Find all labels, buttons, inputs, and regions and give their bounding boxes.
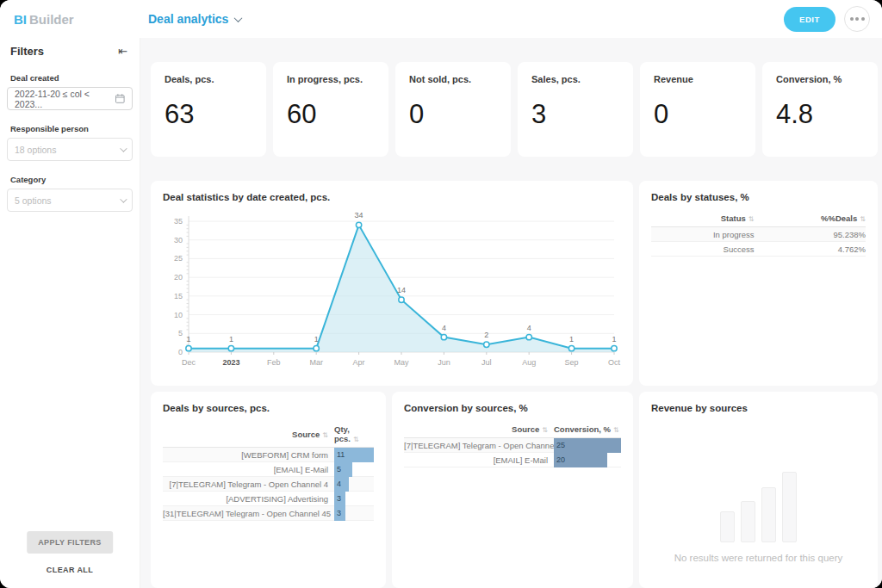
svg-text:2: 2 [484,331,488,339]
kpi-label: Deals, pcs. [165,74,252,84]
svg-text:10: 10 [174,311,183,319]
svg-text:1: 1 [186,335,190,344]
svg-text:1: 1 [229,335,233,344]
revenue-by-sources-panel: Revenue by sources No results were retur… [639,392,878,588]
dashboard-title: Deal analytics [148,12,228,26]
column-header-conversion[interactable]: Conversion, %⇅ [554,424,621,434]
apply-filters-button[interactable]: APPLY FILTERS [27,531,113,554]
chevron-down-icon [120,145,127,152]
top-bar: BIBuilder Deal analytics EDIT [0,0,882,38]
deals-by-sources-panel: Deals by sources, pcs. Source⇅ Qty, pcs.… [151,392,386,588]
collapse-sidebar-icon[interactable]: ⇤ [118,45,127,58]
svg-text:4: 4 [527,324,531,332]
panel-title: Revenue by sources [651,403,866,413]
chevron-down-icon [234,14,243,22]
panel-title: Deals by statuses, % [651,192,866,202]
value-bar: 3 [334,492,345,506]
placeholder-bar [782,472,797,542]
empty-state-text: No results were returned for this query [651,553,866,563]
sort-icon: ⇅ [748,215,755,223]
column-header-qty[interactable]: Qty, pcs.⇅ [334,424,374,443]
app-window: BIBuilder Deal analytics EDIT Filters ⇤ … [0,0,882,588]
svg-text:20: 20 [174,273,183,282]
kpi-value: 0 [409,99,497,130]
bar-table-row: [7|TELEGRAM] Telegram - Open Channel 425 [404,438,621,453]
svg-text:Dec: Dec [182,358,196,367]
kpi-value: 60 [287,99,375,130]
kpi-card-deals: Deals, pcs. 63 [151,62,266,157]
value-bar: 25 [554,438,621,453]
dashboard-title-dropdown[interactable]: Deal analytics [148,12,241,26]
sort-icon: ⇅ [613,426,619,434]
svg-text:25: 25 [174,254,183,263]
category-value: 5 options [15,195,52,206]
panel-title: Deal statistics by date created, pcs. [163,192,621,202]
conversion-table-body: [7|TELEGRAM] Telegram - Open Channel 425… [404,438,621,467]
kpi-card-revenue: Revenue 0 [640,62,755,157]
sort-icon: ⇅ [542,426,548,434]
bar-table-row: [EMAIL] E-Mail5 [163,462,374,477]
sources-table-body: [WEBFORM] CRM form11[EMAIL] E-Mail5[7|TE… [163,448,374,521]
category-label: Category [10,175,129,184]
clear-all-button[interactable]: CLEAR ALL [47,566,93,574]
value-bar: 11 [334,448,374,462]
dashboard-content: Deals, pcs. 63 In progress, pcs. 60 Not … [140,38,882,588]
panel-title: Deals by sources, pcs. [163,403,374,413]
svg-text:5: 5 [178,329,183,337]
kpi-value: 0 [654,99,742,130]
calendar-icon [115,94,125,103]
value-bar: 20 [554,453,607,467]
filters-sidebar: Filters ⇤ Deal created 2022-11-20 ≤ col … [0,38,140,588]
column-header-source[interactable]: Source⇅ [163,430,334,439]
deal-created-label: Deal created [10,73,129,83]
bar-table-row: [7|TELEGRAM] Telegram - Open Channel 44 [163,477,374,492]
category-select[interactable]: 5 options [7,189,133,212]
kpi-value: 4.8 [776,99,864,130]
kpi-label: Not sold, pcs. [409,74,497,84]
responsible-person-label: Responsible person [10,124,129,133]
svg-text:Jul: Jul [481,358,492,367]
ellipsis-icon [850,17,854,21]
column-header-status[interactable]: Status⇅ [651,214,755,223]
filters-title: Filters [10,45,44,58]
kpi-label: Revenue [654,74,742,84]
svg-text:0: 0 [178,348,183,356]
kpi-value: 63 [165,99,252,130]
svg-text:Feb: Feb [267,358,281,367]
deal-created-value: 2022-11-20 ≤ col < 2023... [15,89,115,109]
deal-created-input[interactable]: 2022-11-20 ≤ col < 2023... [7,87,133,110]
sort-icon: ⇅ [353,436,359,443]
svg-text:1: 1 [314,335,319,344]
bar-table-row: [ADVERTISING] Advertising3 [163,492,374,506]
sort-icon: ⇅ [322,431,328,439]
column-header-source[interactable]: Source⇅ [404,424,554,434]
placeholder-bar [741,501,755,542]
svg-text:14: 14 [397,286,406,294]
column-header-deals-pct[interactable]: %%Deals⇅ [755,214,866,223]
value-bar: 3 [334,506,345,521]
logo-builder: Builder [29,12,74,27]
more-options-button[interactable] [844,6,870,32]
deal-statistics-panel: Deal statistics by date created, pcs. 05… [151,181,633,386]
svg-text:Oct: Oct [608,358,621,367]
empty-chart-placeholder [651,470,866,542]
deals-by-statuses-panel: Deals by statuses, % Status⇅ %%Deals⇅ In… [639,181,878,386]
svg-text:Aug: Aug [522,358,536,367]
svg-text:Sep: Sep [565,358,579,367]
kpi-card-not-sold: Not sold, pcs. 0 [395,62,511,157]
kpi-label: Conversion, % [776,74,864,84]
value-bar: 5 [334,462,352,477]
logo-bi: BI [14,12,27,27]
svg-text:35: 35 [174,217,183,226]
bar-table-row: [EMAIL] E-Mail20 [404,453,621,467]
app-logo: BIBuilder [14,12,143,27]
value-bar: 4 [334,477,349,492]
responsible-person-value: 18 options [15,145,56,155]
kpi-card-in-progress: In progress, pcs. 60 [273,62,388,157]
edit-button[interactable]: EDIT [784,7,835,32]
panel-title: Conversion by sources, % [404,403,621,413]
responsible-person-select[interactable]: 18 options [7,138,133,161]
svg-text:Jun: Jun [438,358,450,367]
status-table-row: In progress95.238% [651,227,866,242]
kpi-card-sales: Sales, pcs. 3 [518,62,633,157]
